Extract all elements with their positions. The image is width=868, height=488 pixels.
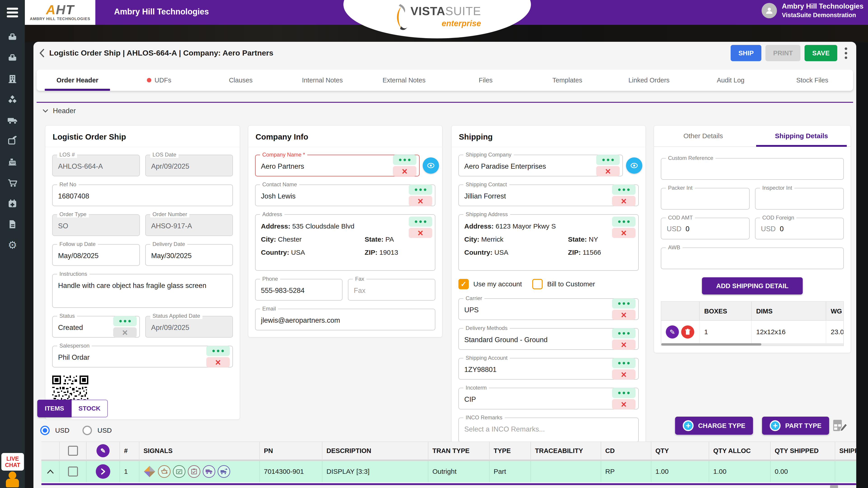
linked-table-settings-icon[interactable]: [829, 485, 843, 488]
live-chat-widget[interactable]: LIVE CHAT: [1, 453, 24, 487]
calendar-plus-icon[interactable]: [7, 198, 18, 209]
building-icon[interactable]: [7, 74, 18, 84]
truck-icon[interactable]: [7, 115, 18, 126]
shipping-contact-options-button[interactable]: [612, 185, 636, 195]
contact-name-field[interactable]: Contact Name Josh Lewis ×: [255, 185, 435, 206]
order-number-field[interactable]: Order Number AHSO-917-A: [145, 214, 233, 236]
contact-clear-button[interactable]: ×: [409, 196, 432, 206]
shipping-address-field[interactable]: Shipping Address Address: 6123 Mayor Pkw…: [458, 214, 639, 271]
salesperson-options-button[interactable]: [206, 346, 230, 356]
row-open-button[interactable]: [96, 464, 110, 479]
shipping-account-field[interactable]: Shipping Account 1ZY98801 ×: [458, 358, 639, 380]
shipping-contact-field[interactable]: Shipping Contact Jillian Forrest ×: [458, 185, 639, 206]
print-button[interactable]: PRINT: [766, 45, 801, 61]
fax-field[interactable]: Fax Fax: [348, 279, 435, 300]
los-number-field[interactable]: LOS # AHLOS-664-A: [52, 155, 140, 176]
toolbox-icon[interactable]: [7, 32, 18, 42]
follow-up-date-field[interactable]: Follow up Date May/08/2025: [52, 244, 140, 266]
cod-foreign-field[interactable]: COD Foreign USD0: [755, 218, 844, 239]
currency-usd2-radio[interactable]: [83, 426, 92, 435]
status-field[interactable]: Status Created ×: [52, 316, 140, 337]
carrier-options-button[interactable]: [612, 298, 636, 309]
part-type-button[interactable]: +PART TYPE: [762, 417, 829, 435]
back-icon[interactable]: [37, 48, 48, 58]
row-collapse-button[interactable]: [41, 461, 60, 482]
address-clear-button[interactable]: ×: [409, 228, 432, 238]
user-menu[interactable]: Ambry Hill Technologies VistaSuite Demon…: [762, 2, 864, 19]
tab-linked-orders[interactable]: Linked Orders: [608, 70, 690, 91]
edit-note-icon[interactable]: [7, 136, 18, 146]
contact-options-button[interactable]: [409, 185, 432, 195]
cart-icon[interactable]: [7, 177, 18, 188]
tab-order-header[interactable]: Order Header: [37, 70, 118, 91]
instructions-field[interactable]: Instructions Handle with care object has…: [52, 274, 233, 308]
tab-shipping-details[interactable]: Shipping Details: [752, 126, 850, 146]
tab-files[interactable]: Files: [445, 70, 526, 91]
delivery-methods-clear-button[interactable]: ×: [612, 339, 636, 350]
company-name-clear-button[interactable]: ×: [393, 166, 416, 176]
save-button[interactable]: SAVE: [805, 45, 837, 61]
shipping-address-clear-button[interactable]: ×: [612, 228, 636, 238]
detail-delete-button[interactable]: [681, 325, 694, 338]
email-field[interactable]: Email jlewis@aeropartners.com: [255, 309, 435, 330]
shipping-account-clear-button[interactable]: ×: [612, 369, 636, 380]
cubes-icon[interactable]: [7, 94, 18, 105]
delivery-date-field[interactable]: Delivery Date May/30/2025: [145, 244, 233, 266]
use-my-account-checkbox[interactable]: ✓: [458, 279, 469, 289]
ship-button[interactable]: SHIP: [731, 45, 762, 61]
incoterm-field[interactable]: Incoterm CIP ×: [458, 388, 639, 410]
row-checkbox[interactable]: [68, 466, 78, 477]
order-type-field[interactable]: Order Type SO: [52, 214, 140, 236]
company-view-button[interactable]: [423, 157, 439, 174]
salesperson-field[interactable]: Salesperson Phil Ordar ×: [52, 346, 233, 367]
bill-to-customer-checkbox[interactable]: [532, 279, 543, 289]
bulk-edit-button[interactable]: ✎: [96, 444, 110, 457]
tab-stock-files[interactable]: Stock Files: [772, 70, 853, 91]
los-date-field[interactable]: LOS Date Apr/09/2025: [145, 155, 233, 176]
inco-remarks-field[interactable]: INCO Remarks Select a INCO Remarks...: [458, 418, 639, 443]
company-address-field[interactable]: Address Address: 535 Cloudsdale Blvd Cit…: [255, 214, 435, 271]
awb-field[interactable]: AWB: [661, 248, 844, 269]
ref-no-field[interactable]: Ref No 16807408: [52, 185, 233, 206]
items-toggle-button[interactable]: ITEMS: [37, 400, 72, 417]
toolbox2-icon[interactable]: [7, 53, 18, 63]
shipping-address-options-button[interactable]: [612, 217, 636, 227]
tab-external-notes[interactable]: External Notes: [363, 70, 445, 91]
shipping-company-view-button[interactable]: [626, 157, 642, 174]
add-shipping-detail-button[interactable]: ADD SHIPPING DETAIL: [702, 277, 803, 294]
carrier-clear-button[interactable]: ×: [612, 310, 636, 320]
currency-usd-radio-selected[interactable]: [40, 426, 50, 435]
tab-internal-notes[interactable]: Internal Notes: [281, 70, 363, 91]
delivery-methods-options-button[interactable]: [612, 328, 636, 338]
shipping-company-field[interactable]: Shipping Company Aero Paradise Enterpris…: [458, 155, 623, 176]
status-options-button[interactable]: [113, 316, 137, 326]
inspector-int-field[interactable]: Inspector Int: [755, 188, 844, 209]
incoterm-options-button[interactable]: [612, 388, 636, 398]
custom-reference-field[interactable]: Custom Reference: [661, 158, 844, 180]
hamburger-icon[interactable]: [7, 8, 18, 18]
incoterm-clear-button[interactable]: ×: [612, 399, 636, 410]
shipping-company-options-button[interactable]: [596, 155, 620, 165]
company-name-field[interactable]: Company Name * Aero Partners ×: [255, 155, 420, 176]
shipping-account-options-button[interactable]: [612, 358, 636, 368]
company-name-options-button[interactable]: [393, 155, 416, 165]
packer-int-field[interactable]: Packer Int: [661, 188, 750, 209]
select-all-checkbox[interactable]: [68, 446, 78, 456]
status-applied-date-field[interactable]: Status Applied Date Apr/09/2025: [145, 316, 233, 337]
delivery-methods-field[interactable]: Delivery Methods Standard Ground - Groun…: [458, 328, 639, 350]
detail-edit-button[interactable]: ✎: [666, 325, 679, 338]
shipping-contact-clear-button[interactable]: ×: [612, 196, 636, 206]
register-icon[interactable]: [7, 157, 18, 167]
address-options-button[interactable]: [409, 217, 432, 227]
more-options-icon[interactable]: [841, 46, 850, 60]
carrier-field[interactable]: Carrier UPS ×: [458, 298, 639, 320]
stock-toggle-button[interactable]: STOCK: [72, 400, 108, 417]
cod-amt-field[interactable]: COD AMT USD0: [661, 218, 750, 239]
tab-udfs[interactable]: UDFs: [118, 70, 200, 91]
charge-type-button[interactable]: +CHARGE TYPE: [675, 417, 753, 435]
document-icon[interactable]: [7, 219, 18, 229]
tab-other-details[interactable]: Other Details: [654, 126, 752, 146]
salesperson-clear-button[interactable]: ×: [206, 357, 230, 367]
header-section-toggle[interactable]: Header: [41, 107, 76, 115]
tab-clauses[interactable]: Clauses: [200, 70, 281, 91]
